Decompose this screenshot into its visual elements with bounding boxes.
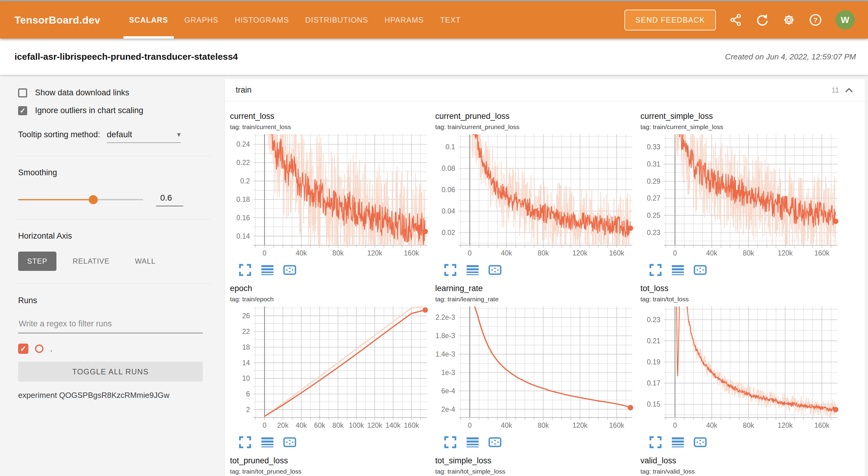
expand-chart-icon[interactable]	[444, 263, 457, 277]
chart-toolbar	[640, 436, 845, 449]
chart-title: valid_loss	[640, 456, 845, 466]
checkbox-checked-icon[interactable]: ✓	[18, 106, 27, 115]
help-icon[interactable]: ?	[809, 13, 822, 27]
chart-tag: tag: train/current_loss	[229, 123, 435, 131]
chart-plot[interactable]: 020k40k60k80k100k120k140k160k26101418222…	[229, 305, 429, 434]
log-scale-icon[interactable]	[466, 436, 479, 449]
run-checkbox-checked-icon[interactable]: ✓	[18, 344, 28, 354]
expand-chart-icon[interactable]	[239, 436, 252, 449]
svg-text:120k: 120k	[367, 249, 382, 257]
chart-card-current_loss: current_losstag: train/current_loss040k8…	[229, 112, 435, 277]
tab-histograms[interactable]: HISTOGRAMS	[227, 1, 297, 39]
share-icon[interactable]	[729, 13, 742, 27]
chart-title: current_loss	[229, 112, 435, 121]
settings-gear-icon[interactable]	[782, 13, 796, 27]
svg-text:160k: 160k	[814, 421, 829, 429]
log-scale-icon[interactable]	[261, 263, 274, 277]
chart-title: tot_simple_loss	[435, 456, 640, 466]
chart-title: tot_pruned_loss	[229, 456, 435, 466]
header-actions: SEND FEEDBACK	[624, 1, 868, 39]
refresh-icon[interactable]	[756, 13, 769, 27]
smoothing-slider[interactable]	[18, 199, 143, 200]
svg-text:160k: 160k	[404, 249, 419, 257]
show-download-links-checkbox[interactable]: Show data download links	[18, 88, 207, 97]
expand-chart-icon[interactable]	[649, 436, 662, 449]
tab-scalars[interactable]: SCALARS	[121, 1, 176, 39]
svg-text:0.31: 0.31	[647, 160, 660, 168]
toggle-all-runs-button[interactable]: TOGGLE ALL RUNS	[18, 362, 203, 382]
chart-card-valid_loss: valid_losstag: train/valid_loss	[640, 456, 845, 475]
tab-graphs[interactable]: GRAPHS	[176, 1, 227, 39]
tooltip-sort-select[interactable]: default ▾	[107, 130, 181, 143]
chart-tag: tag: train/tot_loss	[640, 296, 845, 303]
svg-text:0: 0	[673, 249, 677, 257]
svg-text:80k: 80k	[743, 249, 754, 257]
tab-text[interactable]: TEXT	[432, 1, 469, 39]
chevron-up-icon[interactable]	[844, 87, 854, 94]
svg-text:0: 0	[262, 421, 267, 429]
scalars-panel: train 11 current_losstag: train/current_…	[225, 79, 865, 476]
chart-title: tot_loss	[640, 284, 845, 293]
fit-domain-icon[interactable]	[488, 436, 502, 449]
run-name: .	[50, 344, 52, 353]
svg-text:0.19: 0.19	[647, 358, 660, 366]
svg-text:0.14: 0.14	[236, 232, 250, 240]
svg-text:0.24: 0.24	[236, 140, 250, 148]
svg-text:0.17: 0.17	[647, 379, 660, 387]
chart-tag: tag: train/tot_pruned_loss	[229, 468, 435, 475]
user-avatar[interactable]: W	[835, 10, 855, 30]
slider-thumb[interactable]	[89, 195, 98, 204]
log-scale-icon[interactable]	[261, 436, 274, 449]
chart-toolbar	[229, 263, 435, 277]
svg-text:22: 22	[242, 327, 250, 336]
fit-domain-icon[interactable]	[693, 436, 707, 449]
experiment-title-bar: icefall-asr-librispeech-pruned-transduce…	[0, 39, 868, 75]
run-color-swatch-icon[interactable]	[35, 345, 43, 353]
chart-toolbar	[229, 436, 435, 449]
fit-domain-icon[interactable]	[283, 436, 297, 449]
svg-text:140k: 140k	[385, 421, 401, 429]
axis-relative-button[interactable]: RELATIVE	[64, 252, 119, 271]
svg-text:2.2e-3: 2.2e-3	[435, 313, 455, 321]
checkbox-unchecked-icon[interactable]	[18, 88, 27, 97]
axis-step-button[interactable]: STEP	[18, 252, 56, 271]
fit-domain-icon[interactable]	[488, 263, 502, 277]
divider	[15, 219, 210, 219]
svg-text:0.08: 0.08	[441, 164, 455, 172]
fit-domain-icon[interactable]	[283, 263, 297, 277]
chart-toolbar	[435, 436, 640, 449]
log-scale-icon[interactable]	[671, 263, 684, 277]
chart-plot[interactable]: 040k80k120k160k0.020.040.060.080.1	[435, 132, 634, 262]
chart-tag: tag: train/learning_rate	[435, 296, 640, 303]
train-section-header[interactable]: train 11	[225, 79, 865, 101]
axis-wall-button[interactable]: WALL	[126, 252, 164, 271]
chart-tag: tag: train/valid_loss	[640, 468, 845, 475]
send-feedback-button[interactable]: SEND FEEDBACK	[624, 10, 716, 30]
expand-chart-icon[interactable]	[649, 263, 662, 277]
runs-filter-input[interactable]	[18, 317, 203, 333]
svg-text:0.06: 0.06	[441, 186, 455, 194]
svg-text:40k: 40k	[501, 249, 513, 257]
tab-hparams[interactable]: HPARAMS	[376, 1, 432, 39]
fit-domain-icon[interactable]	[693, 263, 707, 277]
expand-chart-icon[interactable]	[444, 436, 457, 449]
chart-toolbar	[640, 263, 845, 277]
chart-plot[interactable]: 040k80k120k160k0.150.170.190.210.23	[640, 305, 839, 434]
expand-chart-icon[interactable]	[239, 263, 252, 277]
log-scale-icon[interactable]	[671, 436, 684, 449]
tab-distributions[interactable]: DISTRIBUTIONS	[297, 1, 376, 39]
ignore-outliers-checkbox[interactable]: ✓ Ignore outliers in chart scaling	[18, 106, 207, 115]
chart-tag: tag: train/current_pruned_loss	[435, 123, 640, 131]
log-scale-icon[interactable]	[466, 263, 479, 277]
svg-text:1.8e-3: 1.8e-3	[435, 332, 455, 340]
divider	[15, 284, 210, 284]
svg-text:120k: 120k	[367, 421, 382, 429]
chart-plot[interactable]: 040k80k120k160k0.140.160.180.20.220.24	[229, 132, 429, 262]
svg-text:120k: 120k	[572, 249, 588, 257]
charts-grid: current_losstag: train/current_loss040k8…	[225, 101, 865, 476]
chart-plot[interactable]: 040k80k120k160k2e-46e-41e-31.4e-31.8e-32…	[435, 305, 634, 434]
smoothing-value-field[interactable]: 0.6	[156, 193, 183, 206]
svg-text:0: 0	[673, 421, 677, 429]
svg-text:80k: 80k	[332, 421, 344, 429]
chart-plot[interactable]: 040k80k120k160k0.230.250.270.290.310.33	[640, 132, 839, 262]
